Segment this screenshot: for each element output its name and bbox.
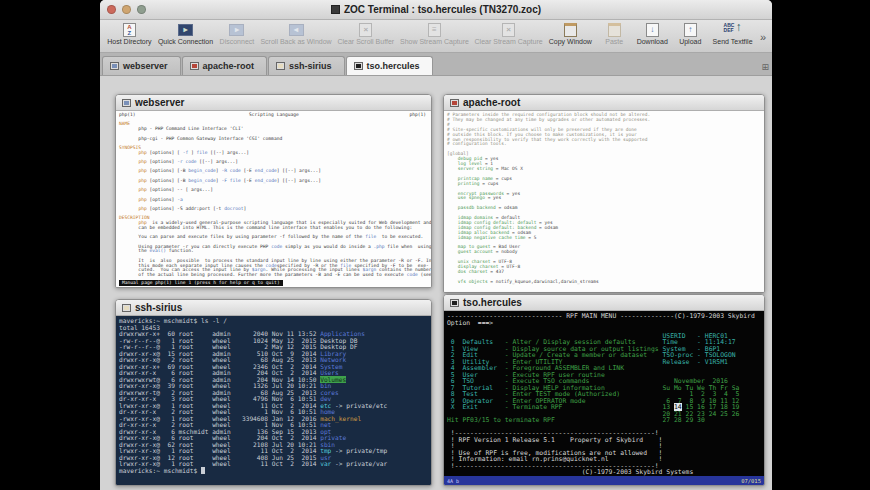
terminal-line: of the actual line being processed. Furt… — [119, 273, 428, 278]
tab-list-icon[interactable]: ⊞ — [761, 62, 769, 72]
tso-hercules-title-bar[interactable]: tso.hercules — [444, 295, 764, 311]
toolbar: AZHost Directory▸Quick Connection▸Discon… — [100, 20, 772, 53]
tso-hercules-window: tso.hercules ---------------------------… — [443, 294, 765, 486]
terminal-icon — [122, 99, 131, 107]
apache-root-title-bar[interactable]: apache-root — [444, 95, 764, 111]
man-page-status-line: Manual page php(1) line 1 (press h for h… — [119, 280, 283, 286]
toolbar-button-upload[interactable]: ↑Upload — [673, 21, 707, 46]
scroll-back-window-icon: ◂ — [289, 24, 304, 36]
toolbar-button-label: Disconnect — [220, 38, 255, 45]
terminal-line: can be embedded into HTML. This is the c… — [119, 226, 428, 231]
window-title: ZOC Terminal : tso.hercules (TN3270.zoc) — [331, 4, 541, 15]
tab-apache-root[interactable]: apache-root — [182, 56, 268, 75]
tso-hercules-title: tso.hercules — [463, 297, 522, 308]
tn3270-status-line: 4A b 07/015 — [444, 476, 764, 485]
toolbar-button-host-directory[interactable]: AZHost Directory — [106, 21, 153, 46]
apache-root-title: apache-root — [463, 97, 520, 108]
ssh-sirius-terminal-screen[interactable]: mavericks:~ mschmidt$ ls -l /total 16453… — [116, 316, 431, 485]
toolbar-button-label: Show Stream Capture — [400, 38, 469, 45]
close-button[interactable] — [107, 5, 116, 14]
paste-icon — [608, 23, 621, 37]
session-tab-bar: webserverapache-rootssh-siriustso.hercul… — [100, 53, 772, 76]
show-stream-capture-icon: ≡ — [428, 23, 441, 37]
terminal-line: (C)-1979-2003 Skybird Systems — [447, 469, 761, 476]
terminal-line: vfs objects = notify_kqueue,darwinacl,da… — [447, 280, 761, 285]
tab-label: webserver — [123, 61, 168, 71]
webserver-terminal-screen[interactable]: php(1) Scripting Language php(1) NAME ph… — [116, 111, 431, 287]
mdi-area: webserver php(1) Scripting Language php(… — [100, 76, 772, 490]
tab-label: apache-root — [203, 61, 255, 71]
toolbar-button-label: Paste — [605, 38, 623, 45]
toolbar-overflow-chevron[interactable]: » — [758, 31, 768, 43]
toolbar-button-label: Host Directory — [107, 38, 151, 45]
send-textfile-icon: ABCDEF↑ — [724, 22, 742, 37]
zoom-button[interactable] — [137, 5, 146, 14]
apache-root-terminal-screen[interactable]: # Parameters inside the required configu… — [444, 111, 764, 292]
tab-terminal-icon — [190, 62, 199, 70]
terminal-line: php(1) Scripting Language php(1) — [119, 113, 428, 118]
toolbar-button-send-textfile[interactable]: ABCDEF↑Send Textfile — [711, 21, 754, 46]
toolbar-button-paste: Paste — [597, 21, 631, 46]
ssh-sirius-window: ssh-sirius mavericks:~ mschmidt$ ls -l /… — [115, 299, 432, 486]
clear-scroll-buffer-icon: × — [359, 23, 372, 37]
webserver-title-bar[interactable]: webserver — [116, 95, 431, 111]
toolbar-button-label: Clear Stream Capture — [475, 38, 543, 45]
webserver-window: webserver php(1) Scripting Language php(… — [115, 94, 432, 288]
toolbar-button-clear-scroll-buffer: ×Clear Scroll Buffer — [336, 21, 395, 46]
zoc-terminal-window: ZOC Terminal : tso.hercules (TN3270.zoc)… — [100, 0, 772, 490]
toolbar-button-label: Download — [637, 38, 668, 45]
screen-background: ZOC Terminal : tso.hercules (TN3270.zoc)… — [0, 0, 870, 490]
terminal-line: ------------------------------ RPF MAIN … — [447, 313, 761, 320]
title-bar[interactable]: ZOC Terminal : tso.hercules (TN3270.zoc) — [100, 0, 772, 20]
terminal-icon — [122, 304, 131, 312]
download-icon: ↓ — [646, 23, 659, 37]
tab-terminal-icon — [354, 62, 363, 70]
quick-connection-icon: ▸ — [178, 24, 193, 36]
toolbar-button-label: Clear Scroll Buffer — [337, 38, 394, 45]
tab-terminal-icon — [276, 62, 285, 70]
tso-hercules-terminal-screen[interactable]: ------------------------------ RPF MAIN … — [444, 311, 764, 476]
toolbar-button-clear-stream-capture: ×Clear Stream Capture — [474, 21, 544, 46]
window-title-text: ZOC Terminal : tso.hercules (TN3270.zoc) — [344, 4, 541, 15]
app-document-icon — [331, 5, 340, 14]
toolbar-button-disconnect: ▸Disconnect — [218, 21, 255, 46]
tab-tso.hercules[interactable]: tso.hercules — [346, 56, 433, 75]
terminal-icon — [450, 299, 459, 307]
apache-root-window: apache-root # Parameters inside the requ… — [443, 94, 765, 293]
minimize-button[interactable] — [122, 5, 131, 14]
terminal-line: mavericks:~ mschmidt$ — [119, 468, 428, 475]
oia-status-left: 4A b — [447, 478, 459, 484]
tab-label: ssh-sirius — [289, 61, 332, 71]
clear-stream-capture-icon: × — [502, 23, 515, 37]
disconnect-icon: ▸ — [229, 24, 244, 36]
toolbar-button-download[interactable]: ↓Download — [635, 21, 669, 46]
tab-terminal-icon — [110, 62, 119, 70]
toolbar-button-copy-window[interactable]: Copy Window — [547, 21, 593, 46]
toolbar-button-label: Copy Window — [549, 38, 592, 45]
terminal-icon — [450, 99, 459, 107]
toolbar-button-show-stream-capture: ≡Show Stream Capture — [399, 21, 470, 46]
tab-label: tso.hercules — [367, 61, 420, 71]
ssh-sirius-title-bar[interactable]: ssh-sirius — [116, 300, 431, 316]
toolbar-button-label: Upload — [679, 38, 701, 45]
host-directory-icon: AZ — [123, 23, 136, 37]
toolbar-button-label: Send Textfile — [713, 38, 753, 45]
toolbar-button-scroll-back-window: ◂Scroll Back as Window — [260, 21, 333, 46]
oia-cursor-position: 07/015 — [741, 478, 761, 484]
upload-icon: ↑ — [684, 23, 697, 37]
ssh-sirius-title: ssh-sirius — [135, 302, 182, 313]
webserver-title: webserver — [135, 97, 184, 108]
copy-window-icon — [564, 23, 577, 37]
toolbar-button-label: Scroll Back as Window — [260, 38, 331, 45]
terminal-line: You can parse and execute files by using… — [119, 235, 428, 240]
tab-ssh-sirius[interactable]: ssh-sirius — [268, 56, 345, 75]
toolbar-button-label: Quick Connection — [158, 38, 213, 45]
toolbar-button-quick-connection[interactable]: ▸Quick Connection — [157, 21, 214, 46]
traffic-lights — [107, 5, 146, 14]
tab-webserver[interactable]: webserver — [102, 56, 181, 75]
